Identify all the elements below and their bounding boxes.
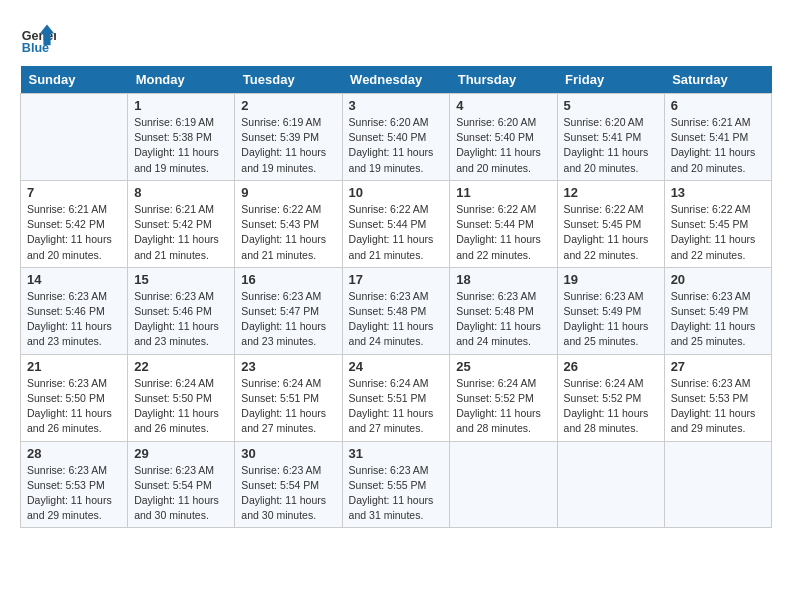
weekday-header-monday: Monday: [128, 66, 235, 94]
day-info: Sunrise: 6:23 AM Sunset: 5:50 PM Dayligh…: [27, 376, 121, 437]
calendar-cell: 5Sunrise: 6:20 AM Sunset: 5:41 PM Daylig…: [557, 94, 664, 181]
day-info: Sunrise: 6:23 AM Sunset: 5:47 PM Dayligh…: [241, 289, 335, 350]
day-number: 2: [241, 98, 335, 113]
day-number: 26: [564, 359, 658, 374]
calendar-cell: 24Sunrise: 6:24 AM Sunset: 5:51 PM Dayli…: [342, 354, 450, 441]
day-info: Sunrise: 6:22 AM Sunset: 5:45 PM Dayligh…: [564, 202, 658, 263]
week-row-4: 21Sunrise: 6:23 AM Sunset: 5:50 PM Dayli…: [21, 354, 772, 441]
day-number: 11: [456, 185, 550, 200]
day-info: Sunrise: 6:22 AM Sunset: 5:44 PM Dayligh…: [349, 202, 444, 263]
calendar-cell: 26Sunrise: 6:24 AM Sunset: 5:52 PM Dayli…: [557, 354, 664, 441]
day-info: Sunrise: 6:19 AM Sunset: 5:39 PM Dayligh…: [241, 115, 335, 176]
calendar-cell: 1Sunrise: 6:19 AM Sunset: 5:38 PM Daylig…: [128, 94, 235, 181]
calendar-cell: 9Sunrise: 6:22 AM Sunset: 5:43 PM Daylig…: [235, 180, 342, 267]
day-info: Sunrise: 6:23 AM Sunset: 5:48 PM Dayligh…: [456, 289, 550, 350]
day-info: Sunrise: 6:20 AM Sunset: 5:40 PM Dayligh…: [456, 115, 550, 176]
day-info: Sunrise: 6:21 AM Sunset: 5:42 PM Dayligh…: [134, 202, 228, 263]
weekday-header-wednesday: Wednesday: [342, 66, 450, 94]
calendar-cell: 27Sunrise: 6:23 AM Sunset: 5:53 PM Dayli…: [664, 354, 771, 441]
calendar-cell: 31Sunrise: 6:23 AM Sunset: 5:55 PM Dayli…: [342, 441, 450, 528]
day-info: Sunrise: 6:23 AM Sunset: 5:54 PM Dayligh…: [134, 463, 228, 524]
day-number: 21: [27, 359, 121, 374]
day-number: 22: [134, 359, 228, 374]
calendar-cell: 12Sunrise: 6:22 AM Sunset: 5:45 PM Dayli…: [557, 180, 664, 267]
calendar-cell: 21Sunrise: 6:23 AM Sunset: 5:50 PM Dayli…: [21, 354, 128, 441]
day-number: 17: [349, 272, 444, 287]
day-number: 25: [456, 359, 550, 374]
day-number: 31: [349, 446, 444, 461]
calendar-cell: 15Sunrise: 6:23 AM Sunset: 5:46 PM Dayli…: [128, 267, 235, 354]
calendar-cell: 10Sunrise: 6:22 AM Sunset: 5:44 PM Dayli…: [342, 180, 450, 267]
week-row-2: 7Sunrise: 6:21 AM Sunset: 5:42 PM Daylig…: [21, 180, 772, 267]
day-number: 23: [241, 359, 335, 374]
day-number: 6: [671, 98, 765, 113]
page-header: General Blue: [20, 20, 772, 56]
day-info: Sunrise: 6:23 AM Sunset: 5:46 PM Dayligh…: [27, 289, 121, 350]
day-number: 29: [134, 446, 228, 461]
day-info: Sunrise: 6:22 AM Sunset: 5:44 PM Dayligh…: [456, 202, 550, 263]
calendar-cell: 4Sunrise: 6:20 AM Sunset: 5:40 PM Daylig…: [450, 94, 557, 181]
calendar-cell: 19Sunrise: 6:23 AM Sunset: 5:49 PM Dayli…: [557, 267, 664, 354]
day-number: 5: [564, 98, 658, 113]
calendar-cell: [664, 441, 771, 528]
day-number: 10: [349, 185, 444, 200]
calendar-cell: 22Sunrise: 6:24 AM Sunset: 5:50 PM Dayli…: [128, 354, 235, 441]
day-info: Sunrise: 6:24 AM Sunset: 5:52 PM Dayligh…: [456, 376, 550, 437]
weekday-header-thursday: Thursday: [450, 66, 557, 94]
logo-icon: General Blue: [20, 20, 56, 56]
weekday-header-saturday: Saturday: [664, 66, 771, 94]
day-info: Sunrise: 6:21 AM Sunset: 5:42 PM Dayligh…: [27, 202, 121, 263]
day-number: 1: [134, 98, 228, 113]
day-info: Sunrise: 6:20 AM Sunset: 5:41 PM Dayligh…: [564, 115, 658, 176]
calendar-cell: 18Sunrise: 6:23 AM Sunset: 5:48 PM Dayli…: [450, 267, 557, 354]
calendar-cell: 7Sunrise: 6:21 AM Sunset: 5:42 PM Daylig…: [21, 180, 128, 267]
day-info: Sunrise: 6:24 AM Sunset: 5:50 PM Dayligh…: [134, 376, 228, 437]
day-info: Sunrise: 6:19 AM Sunset: 5:38 PM Dayligh…: [134, 115, 228, 176]
day-number: 18: [456, 272, 550, 287]
day-number: 14: [27, 272, 121, 287]
day-number: 12: [564, 185, 658, 200]
day-info: Sunrise: 6:22 AM Sunset: 5:43 PM Dayligh…: [241, 202, 335, 263]
day-number: 19: [564, 272, 658, 287]
calendar-cell: 2Sunrise: 6:19 AM Sunset: 5:39 PM Daylig…: [235, 94, 342, 181]
calendar-cell: 13Sunrise: 6:22 AM Sunset: 5:45 PM Dayli…: [664, 180, 771, 267]
day-info: Sunrise: 6:23 AM Sunset: 5:46 PM Dayligh…: [134, 289, 228, 350]
calendar-cell: [450, 441, 557, 528]
calendar-table: SundayMondayTuesdayWednesdayThursdayFrid…: [20, 66, 772, 528]
weekday-header-row: SundayMondayTuesdayWednesdayThursdayFrid…: [21, 66, 772, 94]
calendar-cell: 30Sunrise: 6:23 AM Sunset: 5:54 PM Dayli…: [235, 441, 342, 528]
day-info: Sunrise: 6:24 AM Sunset: 5:51 PM Dayligh…: [241, 376, 335, 437]
week-row-3: 14Sunrise: 6:23 AM Sunset: 5:46 PM Dayli…: [21, 267, 772, 354]
day-number: 15: [134, 272, 228, 287]
day-info: Sunrise: 6:23 AM Sunset: 5:55 PM Dayligh…: [349, 463, 444, 524]
calendar-cell: [21, 94, 128, 181]
day-info: Sunrise: 6:24 AM Sunset: 5:52 PM Dayligh…: [564, 376, 658, 437]
day-info: Sunrise: 6:20 AM Sunset: 5:40 PM Dayligh…: [349, 115, 444, 176]
day-number: 3: [349, 98, 444, 113]
day-number: 4: [456, 98, 550, 113]
logo: General Blue: [20, 20, 60, 56]
day-info: Sunrise: 6:23 AM Sunset: 5:49 PM Dayligh…: [671, 289, 765, 350]
day-number: 30: [241, 446, 335, 461]
day-number: 9: [241, 185, 335, 200]
calendar-cell: 25Sunrise: 6:24 AM Sunset: 5:52 PM Dayli…: [450, 354, 557, 441]
calendar-cell: 20Sunrise: 6:23 AM Sunset: 5:49 PM Dayli…: [664, 267, 771, 354]
weekday-header-friday: Friday: [557, 66, 664, 94]
weekday-header-tuesday: Tuesday: [235, 66, 342, 94]
day-info: Sunrise: 6:23 AM Sunset: 5:49 PM Dayligh…: [564, 289, 658, 350]
day-info: Sunrise: 6:23 AM Sunset: 5:54 PM Dayligh…: [241, 463, 335, 524]
calendar-cell: 16Sunrise: 6:23 AM Sunset: 5:47 PM Dayli…: [235, 267, 342, 354]
day-number: 20: [671, 272, 765, 287]
calendar-cell: 28Sunrise: 6:23 AM Sunset: 5:53 PM Dayli…: [21, 441, 128, 528]
calendar-cell: 6Sunrise: 6:21 AM Sunset: 5:41 PM Daylig…: [664, 94, 771, 181]
day-number: 13: [671, 185, 765, 200]
day-number: 28: [27, 446, 121, 461]
day-info: Sunrise: 6:23 AM Sunset: 5:53 PM Dayligh…: [27, 463, 121, 524]
calendar-cell: 17Sunrise: 6:23 AM Sunset: 5:48 PM Dayli…: [342, 267, 450, 354]
week-row-1: 1Sunrise: 6:19 AM Sunset: 5:38 PM Daylig…: [21, 94, 772, 181]
calendar-cell: 11Sunrise: 6:22 AM Sunset: 5:44 PM Dayli…: [450, 180, 557, 267]
day-info: Sunrise: 6:23 AM Sunset: 5:53 PM Dayligh…: [671, 376, 765, 437]
calendar-cell: 14Sunrise: 6:23 AM Sunset: 5:46 PM Dayli…: [21, 267, 128, 354]
day-info: Sunrise: 6:24 AM Sunset: 5:51 PM Dayligh…: [349, 376, 444, 437]
day-number: 27: [671, 359, 765, 374]
